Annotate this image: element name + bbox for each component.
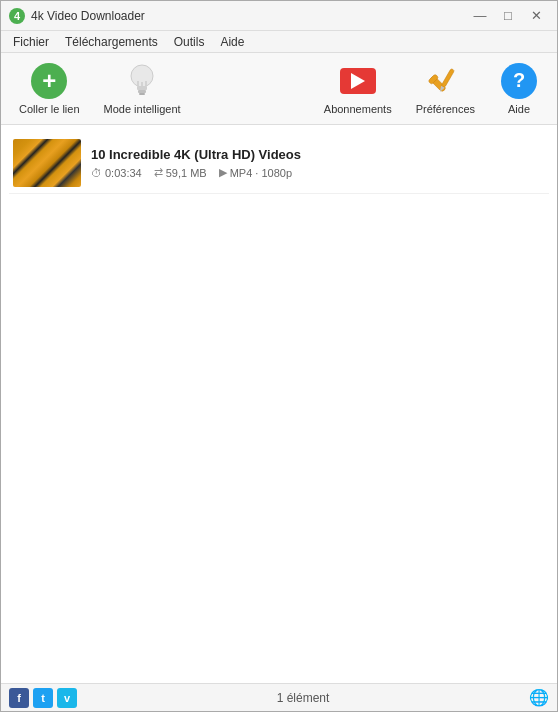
size-meta: ⇄ 59,1 MB bbox=[154, 166, 207, 179]
facebook-icon[interactable]: f bbox=[9, 688, 29, 708]
svg-rect-1 bbox=[137, 86, 147, 90]
menu-telechargements[interactable]: Téléchargements bbox=[57, 33, 166, 51]
social-links: f t v bbox=[9, 688, 77, 708]
coller-le-lien-label: Coller le lien bbox=[19, 103, 80, 115]
preferences-label: Préférences bbox=[416, 103, 475, 115]
lightbulb-icon bbox=[124, 63, 160, 99]
window-title: 4k Video Downloader bbox=[31, 9, 467, 23]
svg-rect-9 bbox=[441, 68, 454, 87]
svg-rect-3 bbox=[139, 93, 145, 95]
size-icon: ⇄ bbox=[154, 166, 163, 179]
toolbar: + Coller le lien Mode intelligent bbox=[1, 53, 557, 125]
main-window: 4 4k Video Downloader — □ ✕ Fichier Télé… bbox=[0, 0, 558, 712]
status-count: 1 élément bbox=[77, 691, 529, 705]
download-info: 10 Incredible 4K (Ultra HD) Videos ⏱ 0:0… bbox=[91, 147, 545, 179]
twitter-icon[interactable]: t bbox=[33, 688, 53, 708]
clock-icon: ⏱ bbox=[91, 167, 102, 179]
maximize-button[interactable]: □ bbox=[495, 6, 521, 26]
menu-aide[interactable]: Aide bbox=[212, 33, 252, 51]
download-title: 10 Incredible 4K (Ultra HD) Videos bbox=[91, 147, 545, 162]
tools-icon bbox=[427, 63, 463, 99]
status-bar: f t v 1 élément 🌐 bbox=[1, 683, 557, 711]
title-bar: 4 4k Video Downloader — □ ✕ bbox=[1, 1, 557, 31]
mode-intelligent-button[interactable]: Mode intelligent bbox=[94, 59, 191, 119]
window-controls: — □ ✕ bbox=[467, 6, 549, 26]
format-value: MP4 · 1080p bbox=[230, 167, 292, 179]
thumbnail-image bbox=[13, 139, 81, 187]
content-area: 10 Incredible 4K (Ultra HD) Videos ⏱ 0:0… bbox=[1, 125, 557, 683]
download-meta: ⏱ 0:03:34 ⇄ 59,1 MB ▶ MP4 · 1080p bbox=[91, 166, 545, 179]
aide-button[interactable]: ? Aide bbox=[489, 59, 549, 119]
duration-value: 0:03:34 bbox=[105, 167, 142, 179]
plus-circle-icon: + bbox=[31, 63, 67, 99]
close-button[interactable]: ✕ bbox=[523, 6, 549, 26]
abonnements-label: Abonnements bbox=[324, 103, 392, 115]
help-circle-icon: ? bbox=[501, 63, 537, 99]
download-item: 10 Incredible 4K (Ultra HD) Videos ⏱ 0:0… bbox=[9, 133, 549, 194]
format-meta: ▶ MP4 · 1080p bbox=[219, 166, 292, 179]
vimeo-icon[interactable]: v bbox=[57, 688, 77, 708]
aide-label: Aide bbox=[508, 103, 530, 115]
menu-outils[interactable]: Outils bbox=[166, 33, 213, 51]
menu-bar: Fichier Téléchargements Outils Aide bbox=[1, 31, 557, 53]
youtube-icon bbox=[338, 63, 378, 99]
app-icon: 4 bbox=[9, 8, 25, 24]
abonnements-button[interactable]: Abonnements bbox=[314, 59, 402, 119]
duration-meta: ⏱ 0:03:34 bbox=[91, 167, 142, 179]
svg-rect-2 bbox=[138, 90, 146, 93]
video-thumbnail bbox=[13, 139, 81, 187]
preferences-button[interactable]: Préférences bbox=[406, 59, 485, 119]
size-value: 59,1 MB bbox=[166, 167, 207, 179]
coller-le-lien-button[interactable]: + Coller le lien bbox=[9, 59, 90, 119]
mode-intelligent-label: Mode intelligent bbox=[104, 103, 181, 115]
menu-fichier[interactable]: Fichier bbox=[5, 33, 57, 51]
globe-icon[interactable]: 🌐 bbox=[529, 688, 549, 707]
format-icon: ▶ bbox=[219, 166, 227, 179]
minimize-button[interactable]: — bbox=[467, 6, 493, 26]
